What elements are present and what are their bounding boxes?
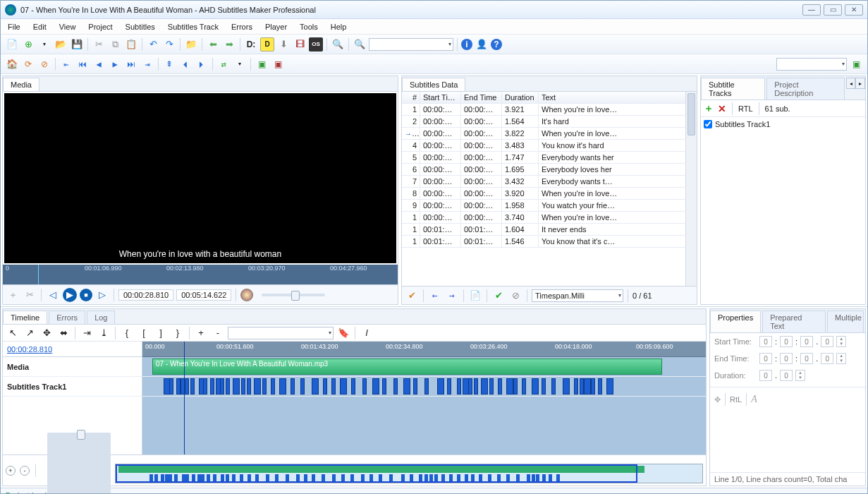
marker-up-icon[interactable]: ⇞ (162, 57, 176, 71)
table-row[interactable]: 600:00:…00:00:…1.695Everybody loves her (402, 164, 697, 176)
timeline-minimap[interactable] (115, 464, 703, 483)
end-spinner[interactable]: ▲▼ (836, 353, 846, 364)
grid-scrollbar[interactable] (685, 92, 697, 286)
tl-tag-icon[interactable]: 🔖 (336, 326, 350, 340)
copy-icon[interactable]: ⧉ (108, 37, 122, 52)
end-s[interactable] (800, 353, 813, 364)
home-icon[interactable]: 🏠 (5, 57, 19, 71)
tracks-list[interactable]: Subtitles Track1 (701, 117, 865, 304)
maximize-button[interactable]: ▭ (824, 4, 842, 16)
dur-spinner[interactable]: ▲▼ (795, 370, 805, 381)
timeline-time[interactable]: 00:00:28.810 (3, 342, 142, 357)
font-icon[interactable]: A (751, 394, 757, 405)
open-icon[interactable]: 📂 (54, 37, 68, 52)
last-icon[interactable]: ⇥ (140, 57, 154, 71)
export-icon[interactable]: ➡ (222, 37, 236, 52)
table-row[interactable]: 400:00:…00:00:…3.483You know it's hard (402, 140, 697, 152)
shift-right-icon[interactable]: ⏵ (195, 57, 209, 71)
props-rtl[interactable]: RtL (730, 395, 742, 404)
step-fwd-icon[interactable]: ▷ (95, 288, 109, 302)
paste-icon[interactable]: 📋 (124, 37, 138, 52)
folder-icon[interactable]: 📁 (184, 37, 198, 52)
start-s[interactable] (800, 336, 813, 347)
table-row[interactable]: 300:00:…00:00:…3.822When you're in love… (402, 128, 697, 140)
timeline-subs-lane[interactable] (142, 377, 706, 397)
search-combo[interactable] (369, 38, 453, 51)
stop-button[interactable]: ■ (80, 289, 92, 301)
sub-prev-icon[interactable]: ← (428, 289, 442, 303)
end-ms[interactable] (821, 353, 833, 364)
save-icon[interactable]: 💾 (70, 37, 84, 52)
zoom-in-icon[interactable]: + (6, 466, 16, 476)
tl-combo[interactable] (228, 327, 334, 339)
minimize-button[interactable]: — (802, 4, 821, 16)
rec-stop-icon[interactable]: ▣ (271, 57, 285, 71)
tab-prepared-text[interactable]: Prepared Text (762, 311, 826, 332)
globe-icon[interactable]: ⊘ (37, 57, 51, 71)
table-row[interactable]: 800:00:…00:00:…3.920When you're in love… (402, 188, 697, 200)
table-row[interactable]: 100:01:…00:01:…1.546You know that it's c… (402, 236, 697, 248)
tab-log[interactable]: Log (87, 311, 115, 324)
plus-icon[interactable]: ＋ (6, 288, 20, 302)
zoom-out-icon[interactable]: - (20, 466, 30, 476)
video-d-icon[interactable]: D (260, 37, 274, 52)
tab-multiple[interactable]: Multiple (827, 311, 864, 332)
step-back-icon[interactable]: ◁ (46, 288, 60, 302)
check-icon[interactable]: ✔ (405, 289, 419, 303)
tab-properties[interactable]: Properties (710, 311, 761, 332)
d-icon[interactable]: D: (244, 37, 258, 52)
tl-plus-icon[interactable]: + (194, 326, 208, 340)
tl-ibeam-icon[interactable]: I (360, 326, 374, 340)
tabs-right-icon[interactable]: ▸ (855, 78, 865, 89)
user-icon[interactable]: 👤 (475, 37, 489, 52)
tl-hand-icon[interactable]: ⬌ (56, 326, 71, 340)
table-row[interactable]: 200:00:…00:00:…1.564It's hard (402, 116, 697, 128)
swap-icon[interactable]: ⇄ (216, 57, 231, 71)
dropdown-icon[interactable]: ▾ (37, 37, 51, 52)
tl-cursor-icon[interactable]: ↖ (6, 326, 20, 340)
tab-subtitles-data[interactable]: Subtitles Data (402, 78, 465, 91)
track-item[interactable]: Subtitles Track1 (704, 120, 862, 128)
first-icon[interactable]: ⇤ (59, 57, 73, 71)
cut-play-icon[interactable]: ✂ (23, 288, 37, 302)
close-button[interactable]: ✕ (845, 4, 863, 16)
rtl-toggle[interactable]: RTL (738, 104, 753, 113)
tl-in-icon[interactable]: ⇥ (80, 326, 94, 340)
timeline-canvas[interactable]: 00.000 00:00:51.600 00:01:43.200 00:02:3… (142, 342, 706, 454)
menu-file[interactable]: File (8, 23, 20, 31)
table-row[interactable]: 100:01:…00:01:…1.604It never ends (402, 224, 697, 236)
menu-help[interactable]: Help (331, 23, 347, 31)
media-clip[interactable]: 07 - When You're In Love With A Beautifu… (152, 359, 662, 375)
rec-start-icon[interactable]: ▣ (255, 57, 269, 71)
add-track-icon[interactable]: ＋ (704, 102, 714, 115)
table-row[interactable]: 700:00:…00:00:…3.432Everybody wants t… (402, 176, 697, 188)
forward-icon[interactable]: ⏭ (124, 57, 138, 71)
tl-out-icon[interactable]: ⤓ (97, 326, 111, 340)
prev-icon[interactable]: ◀ (92, 57, 106, 71)
end-m[interactable] (780, 353, 793, 364)
film-icon[interactable]: 🎞 (293, 37, 307, 52)
redo-icon[interactable]: ↷ (162, 37, 176, 52)
new-icon[interactable]: 📄 (5, 37, 19, 52)
tl-move-icon[interactable]: ✥ (39, 326, 54, 340)
timeline-ruler[interactable]: 00.000 00:00:51.600 00:01:43.200 00:02:3… (142, 342, 706, 357)
start-h[interactable] (759, 336, 772, 347)
deny-icon[interactable]: ⊘ (508, 289, 522, 303)
zoom-slider[interactable] (47, 433, 111, 495)
disc-icon[interactable] (240, 289, 253, 301)
menu-edit[interactable]: Edit (33, 23, 47, 31)
accept-icon[interactable]: ✔ (491, 289, 506, 303)
menu-player[interactable]: Player (265, 23, 287, 31)
start-spinner[interactable]: ▲▼ (836, 336, 846, 347)
start-ms[interactable] (821, 336, 833, 347)
tab-media[interactable]: Media (3, 78, 39, 91)
import-icon[interactable]: ⬅ (206, 37, 220, 52)
menu-errors[interactable]: Errors (231, 23, 252, 31)
video-preview[interactable]: When you're in love with a beautiful wom… (4, 93, 396, 263)
table-row[interactable]: 500:00:…00:00:…1.747Everybody wants her (402, 152, 697, 164)
tl-minus-icon[interactable]: - (211, 326, 225, 340)
tabs-left-icon[interactable]: ◂ (846, 78, 856, 89)
tl-bracket-l-icon[interactable]: [ (137, 326, 151, 340)
table-row[interactable]: 900:00:…00:00:…1.958You watch your frie… (402, 200, 697, 212)
add-icon[interactable]: ⊕ (21, 37, 35, 52)
